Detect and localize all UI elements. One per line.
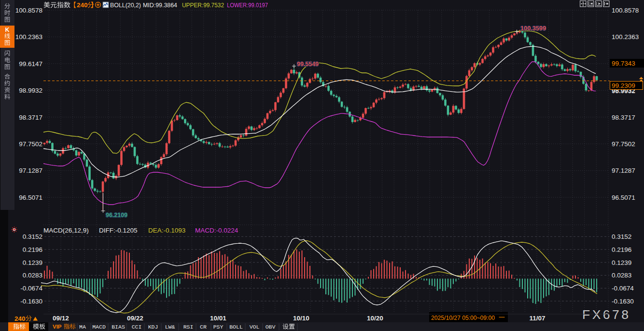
svg-text:10/01: 10/01 — [210, 315, 226, 322]
svg-text:-0.1630: -0.1630 — [20, 298, 42, 305]
svg-text:BOLL: BOLL — [229, 324, 243, 330]
svg-text:MACD: MACD — [92, 324, 106, 330]
svg-text:MACD:-0.0224: MACD:-0.0224 — [195, 227, 238, 234]
svg-text:0.0283: 0.0283 — [612, 272, 631, 279]
svg-text:LW&: LW& — [165, 324, 175, 330]
svg-text:PSY: PSY — [213, 324, 224, 330]
svg-text:VIP: VIP — [53, 324, 62, 330]
svg-text:DEA:-0.1093: DEA:-0.1093 — [148, 227, 185, 234]
svg-text:0.1239: 0.1239 — [612, 259, 631, 266]
svg-text:98.3717: 98.3717 — [612, 114, 635, 121]
svg-text:96.5071: 96.5071 — [19, 194, 42, 201]
svg-text:99.5549: 99.5549 — [297, 60, 319, 68]
svg-text:240: 240 — [77, 1, 88, 9]
svg-text:UPPER:99.7532: UPPER:99.7532 — [182, 1, 224, 9]
svg-text:100.8578: 100.8578 — [612, 7, 639, 14]
svg-text:-0.0674: -0.0674 — [612, 285, 634, 292]
svg-text:100.3599: 100.3599 — [520, 25, 546, 32]
svg-text:DIFF:-0.1205: DIFF:-0.1205 — [99, 227, 138, 234]
svg-text:0.3152: 0.3152 — [23, 233, 42, 240]
svg-text:96.5071: 96.5071 — [612, 194, 635, 201]
svg-text:99.7343: 99.7343 — [612, 60, 635, 67]
svg-text:MACD(26,12,9): MACD(26,12,9) — [43, 227, 89, 234]
svg-text:BIAS: BIAS — [112, 324, 125, 330]
svg-text:0.3152: 0.3152 — [612, 233, 631, 240]
svg-text:VOL: VOL — [250, 324, 260, 330]
svg-text:10/10: 10/10 — [293, 315, 309, 322]
svg-text:09/22: 09/22 — [127, 315, 143, 322]
svg-text:10/20: 10/20 — [367, 315, 383, 322]
svg-text:MID:99.3864: MID:99.3864 — [143, 1, 177, 9]
svg-text:BOLL(20,2): BOLL(20,2) — [110, 1, 141, 9]
svg-text:96.2109: 96.2109 — [106, 211, 127, 219]
svg-text:97.7502: 97.7502 — [612, 140, 635, 148]
svg-text:KDJ: KDJ — [148, 324, 158, 330]
svg-text:98.3717: 98.3717 — [19, 114, 42, 121]
svg-text:0.1239: 0.1239 — [23, 259, 42, 266]
svg-text:97.1287: 97.1287 — [19, 167, 42, 174]
svg-text:2025/10/27 05:00~09:00: 2025/10/27 05:00~09:00 — [431, 314, 495, 321]
svg-text:0.2196: 0.2196 — [612, 246, 631, 253]
svg-text:98.9932: 98.9932 — [19, 87, 42, 94]
svg-text:MA: MA — [79, 324, 86, 330]
svg-text:CCI: CCI — [132, 324, 142, 330]
svg-text:97.1287: 97.1287 — [612, 167, 635, 174]
svg-text:LOWER:99.0197: LOWER:99.0197 — [227, 1, 268, 9]
svg-text:100.2363: 100.2363 — [612, 33, 639, 41]
svg-text:09/12: 09/12 — [53, 315, 69, 322]
svg-text:-0.0674: -0.0674 — [20, 285, 42, 292]
svg-text:99.2309: 99.2309 — [612, 82, 635, 89]
svg-text:-0.1630: -0.1630 — [612, 298, 634, 305]
svg-text:FX678: FX678 — [582, 307, 631, 322]
svg-text:CR: CR — [200, 324, 207, 330]
svg-text:100.2363: 100.2363 — [15, 33, 42, 41]
svg-text:240: 240 — [14, 315, 26, 322]
svg-text:97.7502: 97.7502 — [19, 140, 42, 148]
svg-text:RSI: RSI — [183, 324, 194, 330]
svg-text:K: K — [5, 27, 9, 33]
svg-text:0.2196: 0.2196 — [23, 246, 42, 253]
svg-text:0.0283: 0.0283 — [23, 272, 42, 279]
svg-text:11/07: 11/07 — [529, 315, 545, 322]
svg-text:OBV: OBV — [266, 324, 276, 330]
svg-text:100.8578: 100.8578 — [15, 7, 42, 14]
svg-text:99.6147: 99.6147 — [19, 60, 42, 68]
